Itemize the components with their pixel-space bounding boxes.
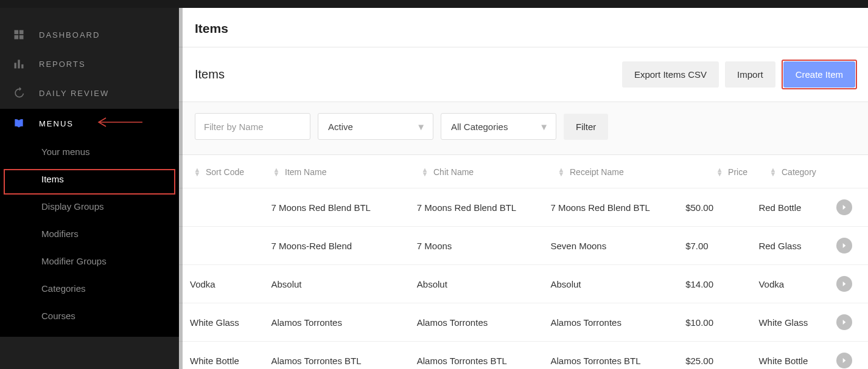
filter-button[interactable]: Filter bbox=[564, 114, 608, 140]
sidebar-sub-modifier-groups[interactable]: Modifier Groups bbox=[0, 247, 179, 275]
svg-rect-6 bbox=[21, 64, 23, 69]
svg-rect-2 bbox=[15, 35, 19, 40]
col-category[interactable]: ▲▼ Category bbox=[766, 167, 845, 177]
cell-category: White Glass bbox=[755, 317, 833, 328]
sidebar-item-reports[interactable]: REPORTS bbox=[0, 49, 179, 78]
col-receipt-name[interactable]: ▲▼ Receipt Name bbox=[554, 167, 691, 177]
sort-icon: ▲▼ bbox=[558, 168, 565, 176]
page-title: Items bbox=[179, 8, 868, 47]
col-label: Category bbox=[782, 167, 816, 177]
table-header: ▲▼ Sort Code ▲▼ Item Name ▲▼ Chit Name ▲… bbox=[179, 155, 868, 188]
sidebar-item-dashboard[interactable]: DASHBOARD bbox=[0, 20, 179, 49]
svg-rect-1 bbox=[19, 30, 24, 35]
create-item-button[interactable]: Create Item bbox=[783, 61, 855, 88]
row-open-button[interactable] bbox=[836, 238, 852, 253]
cell-chit-name: 7 Moons bbox=[413, 241, 547, 251]
cell-receipt-name: Alamos Torrontes BTL bbox=[547, 356, 682, 366]
cell-price: $25.00 bbox=[682, 356, 740, 366]
window-topbar bbox=[0, 0, 868, 8]
cell-item-name: Absolut bbox=[267, 279, 413, 289]
cell-item-name: 7 Moons Red Blend BTL bbox=[267, 202, 413, 213]
cell-price: $10.00 bbox=[682, 317, 740, 328]
col-label: Sort Code bbox=[206, 167, 244, 177]
table-row: VodkaAbsolutAbsolutAbsolut$14.00Vodka bbox=[179, 265, 868, 303]
status-select[interactable]: Active ▼ bbox=[318, 113, 433, 140]
cell-category: White Bottle bbox=[755, 356, 833, 366]
scrollbar-edge[interactable] bbox=[179, 8, 183, 369]
cell-price: $50.00 bbox=[682, 202, 740, 213]
export-items-csv-button[interactable]: Export Items CSV bbox=[622, 61, 719, 88]
sidebar-sub-modifiers[interactable]: Modifiers bbox=[0, 220, 179, 247]
svg-rect-0 bbox=[15, 30, 19, 35]
sidebar-label: REPORTS bbox=[39, 60, 86, 69]
category-select[interactable]: All Categories ▼ bbox=[441, 113, 556, 140]
cell-actions bbox=[833, 199, 857, 215]
col-label: Item Name bbox=[285, 167, 326, 177]
cell-category: Red Bottle bbox=[755, 202, 833, 213]
cell-actions bbox=[833, 276, 857, 292]
table-body: 7 Moons Red Blend BTL7 Moons Red Blend B… bbox=[179, 188, 868, 369]
bar-chart-icon bbox=[12, 58, 26, 70]
cell-sort-code: White Bottle bbox=[190, 356, 267, 366]
grid-icon bbox=[12, 29, 26, 41]
svg-rect-3 bbox=[19, 35, 24, 40]
cell-chit-name: Alamos Torrontes BTL bbox=[413, 356, 547, 366]
sidebar: DASHBOARD REPORTS DAILY REVIEW MENUS You bbox=[0, 8, 179, 369]
table-row: White BottleAlamos Torrontes BTLAlamos T… bbox=[179, 342, 868, 369]
select-value: All Categories bbox=[451, 122, 508, 132]
filter-by-name-input[interactable] bbox=[195, 113, 310, 140]
row-open-button[interactable] bbox=[836, 314, 852, 330]
cell-item-name: Alamos Torrontes bbox=[267, 317, 413, 328]
sort-icon: ▲▼ bbox=[273, 168, 280, 176]
cell-actions bbox=[833, 353, 857, 368]
cell-category: Red Glass bbox=[755, 241, 833, 251]
cell-actions bbox=[833, 314, 857, 330]
cell-price: $7.00 bbox=[682, 241, 740, 251]
cell-receipt-name: Seven Moons bbox=[547, 241, 682, 251]
col-price[interactable]: ▲▼ Price bbox=[691, 167, 751, 177]
row-open-button[interactable] bbox=[836, 199, 852, 215]
sidebar-item-menus[interactable]: MENUS bbox=[0, 109, 179, 138]
cell-chit-name: 7 Moons Red Blend BTL bbox=[413, 202, 547, 213]
sort-icon: ▲▼ bbox=[194, 168, 201, 176]
caret-down-icon: ▼ bbox=[416, 122, 425, 132]
svg-rect-4 bbox=[15, 63, 16, 68]
select-value: Active bbox=[328, 122, 353, 132]
col-label: Price bbox=[728, 167, 747, 177]
main-content: Items Items Export Items CSV Import Crea… bbox=[179, 8, 868, 369]
sidebar-item-daily-review[interactable]: DAILY REVIEW bbox=[0, 78, 179, 108]
cell-sort-code: White Glass bbox=[190, 317, 267, 328]
cell-chit-name: Alamos Torrontes bbox=[413, 317, 547, 328]
col-item-name[interactable]: ▲▼ Item Name bbox=[269, 167, 418, 177]
sidebar-sub-display-groups[interactable]: Display Groups bbox=[0, 193, 179, 220]
col-label: Chit Name bbox=[433, 167, 474, 177]
import-button[interactable]: Import bbox=[725, 61, 775, 88]
cell-receipt-name: 7 Moons Red Blend BTL bbox=[547, 202, 682, 213]
sidebar-sub-categories[interactable]: Categories bbox=[0, 275, 179, 302]
cell-category: Vodka bbox=[755, 279, 833, 289]
sidebar-sub-courses[interactable]: Courses bbox=[0, 302, 179, 329]
svg-rect-5 bbox=[18, 60, 19, 68]
history-icon bbox=[12, 87, 26, 99]
sort-icon: ▲▼ bbox=[421, 168, 429, 176]
col-chit-name[interactable]: ▲▼ Chit Name bbox=[418, 167, 554, 177]
col-sort-code[interactable]: ▲▼ Sort Code bbox=[190, 167, 269, 177]
cell-chit-name: Absolut bbox=[413, 279, 547, 289]
row-open-button[interactable] bbox=[836, 353, 852, 368]
sidebar-sub-items[interactable]: Items bbox=[0, 165, 179, 193]
table-row: 7 Moons Red Blend BTL7 Moons Red Blend B… bbox=[179, 188, 868, 227]
table-row: 7 Moons-Red Blend7 MoonsSeven Moons$7.00… bbox=[179, 227, 868, 265]
book-icon bbox=[12, 117, 26, 129]
app-root: DASHBOARD REPORTS DAILY REVIEW MENUS You bbox=[0, 8, 868, 369]
cell-item-name: Alamos Torrontes BTL bbox=[267, 356, 413, 366]
sidebar-submenu-menus: Your menus Items Display Groups Modifier… bbox=[0, 138, 179, 337]
filters-bar: Active ▼ All Categories ▼ Filter bbox=[179, 102, 868, 155]
cell-receipt-name: Alamos Torrontes bbox=[547, 317, 682, 328]
row-open-button[interactable] bbox=[836, 276, 852, 292]
cell-receipt-name: Absolut bbox=[547, 279, 682, 289]
cell-actions bbox=[833, 238, 857, 253]
sidebar-label: DAILY REVIEW bbox=[39, 89, 109, 98]
sidebar-sub-your-menus[interactable]: Your menus bbox=[0, 138, 179, 165]
annotation-arrow bbox=[95, 116, 144, 132]
col-label: Receipt Name bbox=[570, 167, 624, 177]
